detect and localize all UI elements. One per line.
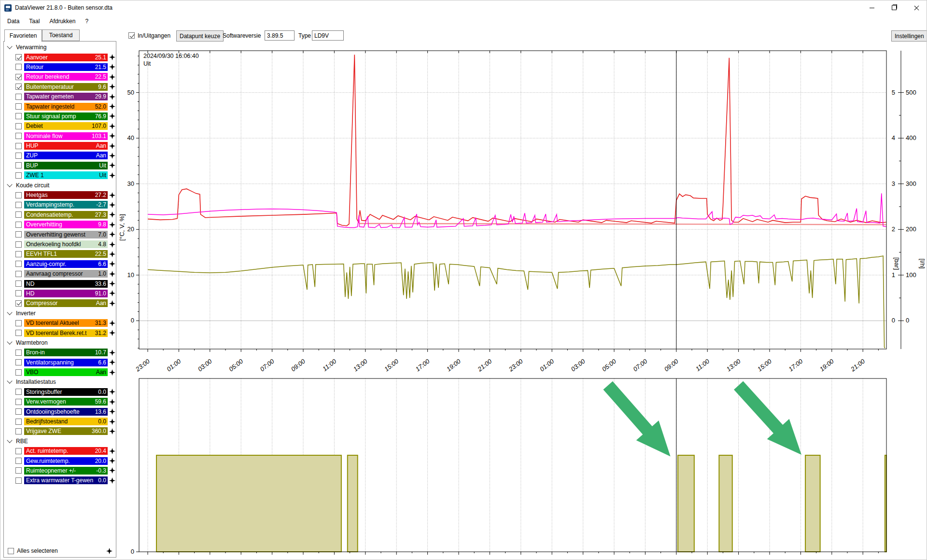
series-color-bar[interactable]: Vrijgave ZWE360.0 (24, 427, 108, 435)
series-color-bar[interactable]: HUPAan (24, 142, 108, 150)
item-checkbox[interactable] (15, 113, 22, 119)
favorite-star-icon[interactable] (109, 103, 116, 110)
item-checkbox[interactable] (15, 300, 22, 307)
series-color-bar[interactable]: Ventilatorspanning6.6 (24, 359, 108, 366)
favorite-star-icon[interactable] (109, 350, 116, 356)
favorite-star-icon[interactable] (109, 143, 116, 149)
charts-canvas[interactable]: 23:0001:0003:0005:0007:0009:0011:0013:00… (0, 0, 927, 560)
series-color-bar[interactable]: Heetgas27.2 (24, 191, 108, 199)
favorite-star-icon[interactable] (109, 94, 116, 100)
favorite-star-icon[interactable] (109, 458, 116, 464)
item-checkbox[interactable] (15, 458, 22, 464)
item-checkbox[interactable] (15, 419, 22, 425)
sidebar-group-warmtebron[interactable]: Warmtebron (4, 338, 116, 348)
series-color-bar[interactable]: Stuur signaal pomp76.9 (24, 112, 108, 120)
item-checkbox[interactable] (15, 192, 22, 198)
item-checkbox[interactable] (15, 350, 22, 356)
item-checkbox[interactable] (15, 330, 22, 336)
series-color-bar[interactable]: ZWE 1Uit (24, 171, 108, 179)
item-checkbox[interactable] (15, 84, 22, 90)
series-color-bar[interactable]: BUPUit (24, 162, 108, 169)
series-color-bar[interactable]: Verw.vermogen59.6 (24, 398, 108, 406)
favorite-star-icon[interactable] (109, 408, 116, 415)
favorite-star-icon[interactable] (109, 202, 116, 208)
series-color-bar[interactable]: Verdampingstemp.-2.7 (24, 201, 108, 209)
favorite-star-icon[interactable] (109, 448, 116, 454)
favorite-star-icon[interactable] (109, 133, 116, 139)
item-checkbox[interactable] (15, 231, 22, 238)
item-checkbox[interactable] (15, 280, 22, 287)
tab-favorieten[interactable]: Favorieten (4, 29, 42, 42)
item-checkbox[interactable] (15, 369, 22, 376)
series-color-bar[interactable]: Aanvraag compressor1.0 (24, 270, 108, 278)
series-color-bar[interactable]: Condensatietemp.27.3 (24, 211, 108, 219)
favorite-star-icon[interactable] (109, 54, 116, 60)
item-checkbox[interactable] (15, 271, 22, 277)
sidebar-group-koude-circuit[interactable]: Koude circuit (4, 180, 116, 190)
item-checkbox[interactable] (15, 94, 22, 100)
item-checkbox[interactable] (15, 399, 22, 405)
favorite-star-icon[interactable] (109, 389, 116, 395)
item-checkbox[interactable] (15, 290, 22, 296)
item-checkbox[interactable] (15, 162, 22, 168)
item-checkbox[interactable] (15, 153, 22, 159)
series-color-bar[interactable]: Gew.ruimtetemp.20.0 (24, 457, 108, 465)
sidebar-group-installatiestatus[interactable]: Installatiestatus (4, 377, 116, 387)
favorite-star-icon[interactable] (109, 280, 116, 287)
series-color-bar[interactable]: HD91.0 (24, 290, 108, 297)
series-color-bar[interactable]: Debiet107.0 (24, 122, 108, 130)
series-color-bar[interactable]: Retour berekend22.5 (24, 73, 108, 81)
favorite-star-icon[interactable] (109, 222, 116, 228)
item-checkbox[interactable] (15, 74, 22, 80)
item-checkbox[interactable] (15, 408, 22, 415)
favorite-star-icon[interactable] (109, 172, 116, 179)
favorite-star-icon[interactable] (109, 300, 116, 307)
favorite-star-icon[interactable] (109, 153, 116, 159)
item-checkbox[interactable] (15, 359, 22, 365)
favorite-star-icon[interactable] (109, 251, 116, 257)
series-color-bar[interactable]: Ontdooiingsbehoefte13.6 (24, 408, 108, 416)
item-checkbox[interactable] (15, 172, 22, 179)
sidebar-group-rbe[interactable]: RBE (4, 436, 116, 446)
item-checkbox[interactable] (15, 428, 22, 434)
series-color-bar[interactable]: Bedrijfstoestand0.0 (24, 418, 108, 425)
favorite-star-icon[interactable] (109, 467, 116, 474)
series-color-bar[interactable]: ND33.6 (24, 280, 108, 288)
series-color-bar[interactable]: EEVH TFL122.5 (24, 250, 108, 258)
series-color-bar[interactable]: Extra warmwater T-gewen0.0 (24, 476, 108, 484)
series-color-bar[interactable]: Aanzuig-compr.6.6 (24, 260, 108, 268)
main-plot-area[interactable] (139, 51, 886, 349)
item-checkbox[interactable] (15, 103, 22, 110)
series-color-bar[interactable]: VD toerental Aktueel31.3 (24, 319, 108, 327)
favorite-star-icon[interactable] (109, 330, 116, 336)
series-color-bar[interactable]: Tapwater gemeten29.9 (24, 93, 108, 100)
favorite-star-icon[interactable] (109, 261, 116, 267)
series-color-bar[interactable]: Tapwater ingesteld52.0 (24, 103, 108, 111)
series-color-bar[interactable]: VBOAan (24, 368, 108, 376)
favorite-star-icon[interactable] (109, 290, 116, 296)
favorite-star-icon[interactable] (109, 231, 116, 238)
sidebar-group-inverter[interactable]: Inverter (4, 308, 116, 318)
favorite-star-icon[interactable] (109, 192, 116, 198)
series-color-bar[interactable]: Retour21.5 (24, 63, 108, 71)
favorite-star-icon[interactable] (109, 477, 116, 484)
item-checkbox[interactable] (15, 143, 22, 149)
series-color-bar[interactable]: Ruimteopnemer +/--0.3 (24, 467, 108, 475)
item-checkbox[interactable] (15, 123, 22, 129)
item-checkbox[interactable] (15, 241, 22, 248)
favorite-star-icon[interactable] (109, 419, 116, 425)
series-color-bar[interactable]: Nominale flow103.1 (24, 132, 108, 140)
favorite-star-icon[interactable] (109, 84, 116, 90)
favorite-star-icon[interactable] (109, 271, 116, 277)
favorite-star-icon[interactable] (109, 123, 116, 129)
item-checkbox[interactable] (15, 211, 22, 218)
item-checkbox[interactable] (15, 133, 22, 139)
series-color-bar[interactable]: Bron-in10.7 (24, 349, 108, 356)
item-checkbox[interactable] (15, 448, 22, 454)
item-checkbox[interactable] (15, 64, 22, 70)
favorite-star-icon[interactable] (109, 320, 116, 326)
series-color-bar[interactable]: Buitentemperatuur9.6 (24, 83, 108, 91)
favorite-star-icon[interactable] (109, 359, 116, 365)
series-color-bar[interactable]: Act. ruimtetemp.20.4 (24, 447, 108, 455)
favorite-star-icon[interactable] (109, 64, 116, 70)
